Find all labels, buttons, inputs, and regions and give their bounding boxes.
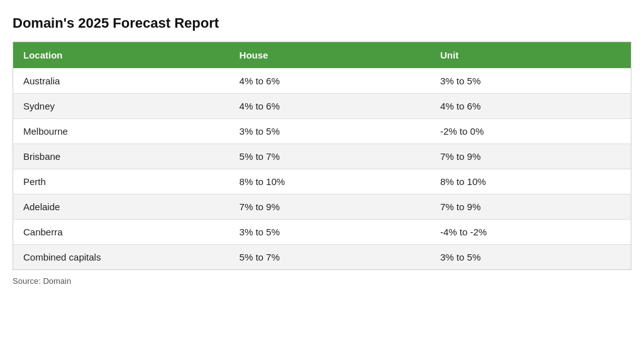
cell-unit: 8% to 10% [430,169,631,194]
forecast-table: Location House Unit Australia4% to 6%3% … [13,42,631,270]
cell-location: Canberra [13,220,230,245]
table-row: Brisbane5% to 7%7% to 9% [13,144,631,169]
cell-house: 4% to 6% [230,69,430,94]
header-location: Location [13,42,230,69]
cell-unit: 7% to 9% [430,144,631,169]
cell-unit: 3% to 5% [430,69,631,94]
cell-house: 8% to 10% [230,169,430,194]
header-house: House [230,42,430,69]
cell-house: 7% to 9% [230,194,430,220]
table-row: Melbourne3% to 5%-2% to 0% [13,119,631,144]
cell-unit: 7% to 9% [430,194,631,220]
cell-house: 3% to 5% [230,220,430,245]
source-text: Source: Domain [13,276,631,286]
cell-location: Combined capitals [13,245,230,270]
table-row: Canberra3% to 5%-4% to -2% [13,220,631,245]
header-unit: Unit [430,42,631,69]
page-title: Domain's 2025 Forecast Report [13,15,631,31]
table-row: Australia4% to 6%3% to 5% [13,69,631,94]
table-row: Sydney4% to 6%4% to 6% [13,94,631,119]
cell-location: Perth [13,169,230,194]
cell-unit: -4% to -2% [430,220,631,245]
cell-house: 5% to 7% [230,144,430,169]
table-body: Australia4% to 6%3% to 5%Sydney4% to 6%4… [13,69,631,270]
cell-house: 3% to 5% [230,119,430,144]
cell-location: Australia [13,69,230,94]
table-row: Perth8% to 10%8% to 10% [13,169,631,194]
cell-location: Adelaide [13,194,230,220]
cell-unit: 3% to 5% [430,245,631,270]
cell-house: 5% to 7% [230,245,430,270]
cell-location: Sydney [13,94,230,119]
cell-location: Brisbane [13,144,230,169]
cell-location: Melbourne [13,119,230,144]
table-row: Combined capitals5% to 7%3% to 5% [13,245,631,270]
table-row: Adelaide7% to 9%7% to 9% [13,194,631,220]
cell-house: 4% to 6% [230,94,430,119]
table-header: Location House Unit [13,42,631,69]
cell-unit: -2% to 0% [430,119,631,144]
cell-unit: 4% to 6% [430,94,631,119]
